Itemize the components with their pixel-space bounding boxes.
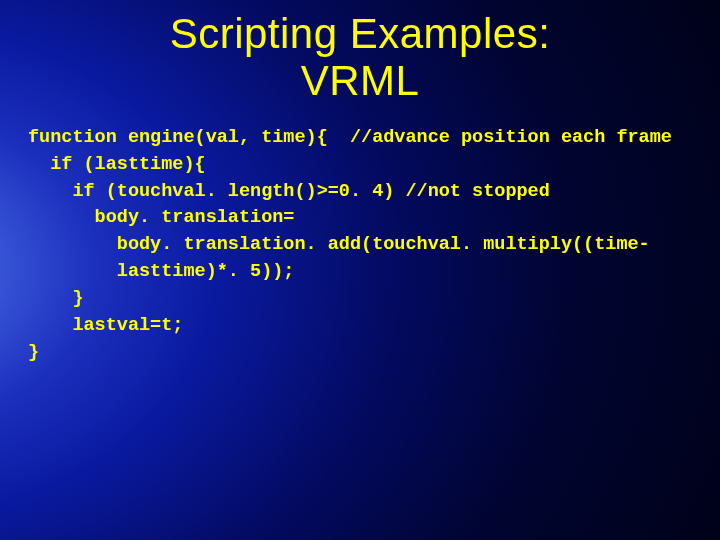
code-line: if (touchval. length()>=0. 4) //not stop… bbox=[28, 181, 550, 202]
title-line-2: VRML bbox=[301, 57, 420, 104]
code-line: body. translation. add(touchval. multipl… bbox=[28, 234, 650, 255]
code-line: lasttime)*. 5)); bbox=[28, 261, 294, 282]
code-line: } bbox=[28, 288, 84, 309]
code-block: function engine(val, time){ //advance po… bbox=[28, 125, 708, 366]
code-line: } bbox=[28, 342, 39, 363]
slide: Scripting Examples: VRML function engine… bbox=[0, 0, 720, 540]
code-line: function engine(val, time){ //advance po… bbox=[28, 127, 672, 148]
code-line: if (lasttime){ bbox=[28, 154, 206, 175]
code-line: body. translation= bbox=[28, 207, 294, 228]
code-line: lastval=t; bbox=[28, 315, 183, 336]
title-line-1: Scripting Examples: bbox=[170, 10, 551, 57]
slide-title: Scripting Examples: VRML bbox=[0, 10, 720, 104]
